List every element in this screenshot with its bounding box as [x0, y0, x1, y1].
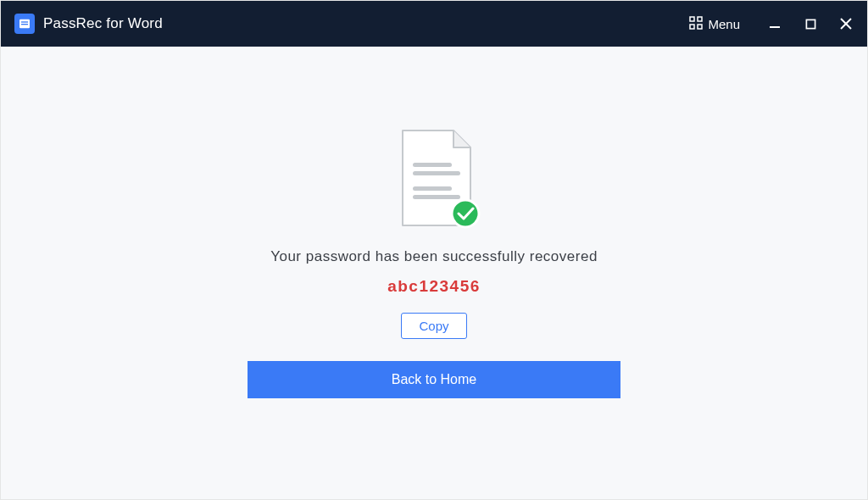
app-title: PassRec for Word — [43, 15, 163, 32]
titlebar-right: Menu — [689, 16, 854, 32]
svg-point-15 — [452, 200, 479, 227]
svg-rect-6 — [698, 25, 702, 29]
app-window: PassRec for Word Menu — [0, 0, 868, 500]
maximize-button[interactable] — [803, 16, 818, 31]
menu-grid-icon — [689, 16, 703, 32]
svg-rect-14 — [413, 195, 460, 199]
svg-rect-1 — [21, 21, 28, 22]
svg-rect-4 — [698, 17, 702, 21]
svg-rect-11 — [413, 163, 452, 167]
recovered-password: abc123456 — [387, 277, 481, 296]
menu-button[interactable]: Menu — [689, 16, 740, 32]
content-area: Your password has been successfully reco… — [1, 47, 867, 499]
back-to-home-button[interactable]: Back to Home — [248, 361, 620, 398]
svg-rect-2 — [21, 24, 28, 25]
svg-rect-12 — [413, 171, 460, 175]
svg-rect-5 — [690, 25, 694, 29]
close-button[interactable] — [838, 16, 854, 31]
document-success-icon — [396, 127, 472, 225]
titlebar: PassRec for Word Menu — [1, 1, 867, 47]
menu-label: Menu — [708, 17, 740, 31]
svg-rect-13 — [413, 186, 452, 191]
minimize-button[interactable] — [767, 16, 782, 31]
app-icon — [14, 14, 35, 34]
success-message: Your password has been successfully reco… — [270, 248, 598, 265]
titlebar-left: PassRec for Word — [14, 14, 163, 34]
copy-button[interactable]: Copy — [401, 313, 466, 339]
svg-rect-8 — [806, 19, 815, 28]
svg-rect-3 — [690, 17, 694, 21]
window-controls — [767, 16, 854, 31]
